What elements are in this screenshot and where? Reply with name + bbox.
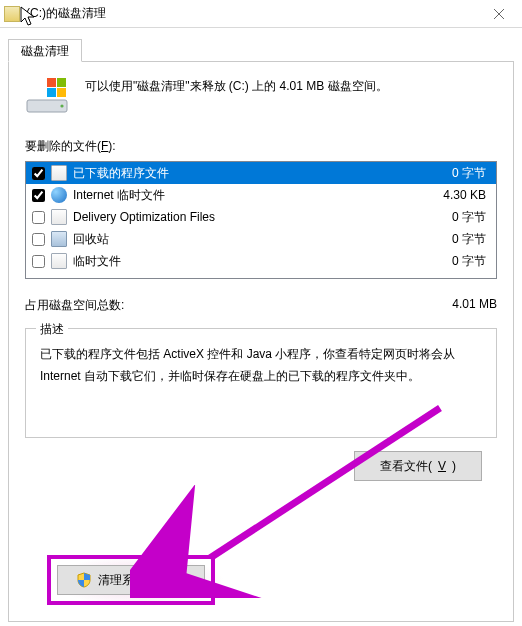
clean-system-files-button[interactable]: 清理系统文件(S)	[57, 565, 205, 595]
file-size: 0 字节	[418, 231, 490, 248]
svg-rect-4	[47, 88, 56, 97]
svg-rect-3	[57, 78, 66, 87]
bin-icon	[51, 231, 67, 247]
file-checkbox[interactable]	[32, 255, 45, 268]
tab-disk-cleanup[interactable]: 磁盘清理	[8, 39, 82, 62]
drive-icon	[25, 76, 69, 116]
file-row[interactable]: 回收站0 字节	[26, 228, 496, 250]
file-row[interactable]: 临时文件0 字节	[26, 250, 496, 272]
close-icon	[493, 8, 505, 20]
file-checkbox[interactable]	[32, 211, 45, 224]
globe-icon	[51, 187, 67, 203]
files-label: 要删除的文件(F):	[25, 138, 497, 155]
file-name: 临时文件	[73, 253, 418, 270]
file-row[interactable]: Delivery Optimization Files0 字节	[26, 206, 496, 228]
total-value: 4.01 MB	[452, 297, 497, 314]
file-size: 0 字节	[418, 165, 490, 182]
title-bar: (C:)的磁盘清理	[0, 0, 522, 28]
file-icon	[51, 253, 67, 269]
file-size: 0 字节	[418, 253, 490, 270]
file-icon	[51, 209, 67, 225]
file-name: Internet 临时文件	[73, 187, 418, 204]
close-button[interactable]	[476, 0, 522, 28]
file-row[interactable]: 已下载的程序文件0 字节	[26, 162, 496, 184]
description-legend: 描述	[36, 321, 68, 338]
shield-icon	[76, 572, 92, 588]
file-name: 回收站	[73, 231, 418, 248]
file-name: Delivery Optimization Files	[73, 210, 418, 224]
svg-point-1	[60, 104, 63, 107]
file-checkbox[interactable]	[32, 189, 45, 202]
file-checkbox[interactable]	[32, 167, 45, 180]
file-size: 4.30 KB	[418, 188, 490, 202]
tab-label: 磁盘清理	[21, 44, 69, 58]
tab-panel: 可以使用"磁盘清理"来释放 (C:) 上的 4.01 MB 磁盘空间。 要删除的…	[8, 62, 514, 622]
svg-rect-2	[47, 78, 56, 87]
file-icon	[51, 165, 67, 181]
file-list[interactable]: 已下载的程序文件0 字节Internet 临时文件4.30 KBDelivery…	[25, 161, 497, 279]
description-body: 已下载的程序文件包括 ActiveX 控件和 Java 小程序，你查看特定网页时…	[40, 343, 482, 387]
view-files-button[interactable]: 查看文件(V)	[354, 451, 482, 481]
svg-rect-5	[57, 88, 66, 97]
window-title: (C:)的磁盘清理	[26, 5, 106, 22]
highlight-frame: 清理系统文件(S)	[47, 555, 215, 605]
intro-text: 可以使用"磁盘清理"来释放 (C:) 上的 4.01 MB 磁盘空间。	[85, 76, 388, 96]
file-size: 0 字节	[418, 209, 490, 226]
file-name: 已下载的程序文件	[73, 165, 418, 182]
app-icon	[4, 6, 20, 22]
file-checkbox[interactable]	[32, 233, 45, 246]
file-row[interactable]: Internet 临时文件4.30 KB	[26, 184, 496, 206]
total-label: 占用磁盘空间总数:	[25, 297, 124, 314]
tab-strip: 磁盘清理	[8, 38, 514, 62]
description-group: 描述 已下载的程序文件包括 ActiveX 控件和 Java 小程序，你查看特定…	[25, 328, 497, 438]
